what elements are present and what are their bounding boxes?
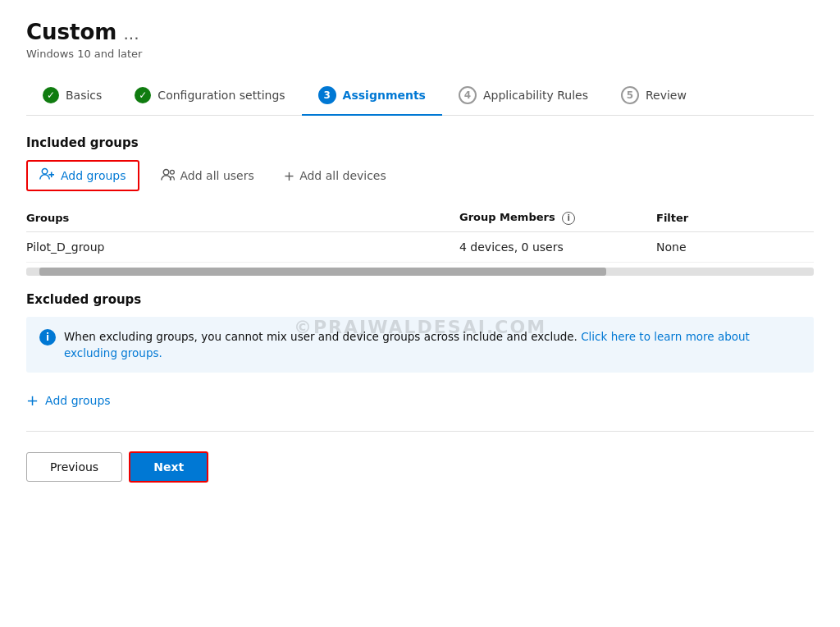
svg-point-4 (170, 170, 174, 174)
add-all-users-label: Add all users (180, 169, 254, 182)
group-name: Pilot_D_group (26, 231, 459, 262)
add-groups-label: Add groups (61, 169, 126, 182)
table-scrollbar[interactable] (26, 268, 814, 276)
tab-number-assignments: 3 (318, 86, 336, 104)
add-all-users-button[interactable]: Add all users (153, 162, 262, 190)
tab-number-review: 5 (621, 86, 639, 104)
add-all-devices-button[interactable]: + Add all devices (276, 162, 395, 190)
groups-table: Groups Group Members i Filter Pilot_D_gr… (26, 204, 814, 263)
info-banner-text: When excluding groups, you cannot mix us… (64, 328, 801, 362)
page-title-ellipsis: ... (123, 24, 139, 43)
col-header-groups: Groups (26, 204, 459, 231)
tab-review-label: Review (646, 89, 687, 102)
previous-button[interactable]: Previous (26, 452, 122, 482)
excluded-add-groups-icon: + (26, 391, 39, 409)
tab-basics[interactable]: ✓ Basics (26, 77, 118, 115)
info-banner: i When excluding groups, you cannot mix … (26, 317, 814, 373)
excluded-add-groups-label: Add groups (45, 394, 111, 407)
included-groups-actions: Add groups Add all users + Add all devic… (26, 160, 814, 191)
tab-review[interactable]: 5 Review (605, 76, 703, 116)
page-subtitle: Windows 10 and later (26, 48, 814, 60)
add-all-devices-label: Add all devices (299, 169, 386, 182)
table-row: Pilot_D_group 4 devices, 0 users None (26, 231, 814, 262)
tab-number-applicability: 4 (459, 86, 477, 104)
svg-point-0 (42, 168, 48, 174)
bottom-nav: Previous Next (26, 431, 814, 483)
tabs-bar: ✓ Basics ✓ Configuration settings 3 Assi… (26, 76, 814, 116)
check-icon-basics: ✓ (43, 87, 59, 103)
col-header-members: Group Members i (459, 204, 656, 231)
svg-point-3 (163, 169, 169, 175)
check-icon-config: ✓ (135, 87, 151, 103)
add-groups-icon (39, 167, 54, 184)
excluded-groups-label: Excluded groups (26, 292, 814, 307)
group-members: 4 devices, 0 users (459, 231, 656, 262)
next-button[interactable]: Next (129, 451, 208, 483)
add-all-users-icon (161, 168, 176, 184)
col-header-filter: Filter (656, 204, 814, 231)
info-banner-icon: i (39, 329, 56, 346)
tab-basics-label: Basics (66, 89, 102, 102)
add-groups-button[interactable]: Add groups (26, 160, 139, 191)
tab-applicability-label: Applicability Rules (483, 89, 588, 102)
tab-config-label: Configuration settings (158, 89, 285, 102)
page-title: Custom (26, 20, 116, 44)
tab-assignments-label: Assignments (343, 89, 426, 102)
group-members-info-icon[interactable]: i (562, 212, 575, 225)
excluded-add-groups-button[interactable]: + Add groups (26, 386, 111, 414)
tab-applicability[interactable]: 4 Applicability Rules (442, 76, 605, 116)
tab-assignments[interactable]: 3 Assignments (302, 76, 442, 116)
scrollbar-thumb (39, 268, 606, 276)
excluded-groups-section: Excluded groups i When excluding groups,… (26, 292, 814, 415)
included-groups-label: Included groups (26, 135, 814, 150)
group-filter: None (656, 231, 814, 262)
tab-config[interactable]: ✓ Configuration settings (118, 77, 301, 115)
add-all-devices-icon: + (284, 168, 294, 184)
